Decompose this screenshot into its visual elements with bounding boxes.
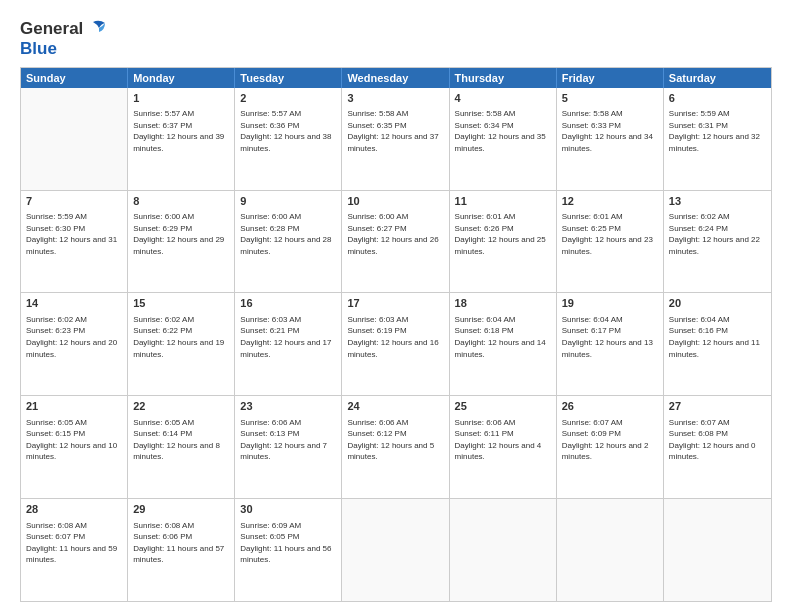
day-number: 5 — [562, 91, 658, 106]
logo-bird-icon — [85, 18, 107, 40]
weekday-header-monday: Monday — [128, 68, 235, 88]
day-number: 7 — [26, 194, 122, 209]
calendar-cell — [342, 499, 449, 601]
day-details: Sunrise: 5:58 AMSunset: 6:33 PMDaylight:… — [562, 108, 658, 154]
day-details: Sunrise: 6:07 AMSunset: 6:08 PMDaylight:… — [669, 417, 766, 463]
day-details: Sunrise: 5:58 AMSunset: 6:34 PMDaylight:… — [455, 108, 551, 154]
day-number: 1 — [133, 91, 229, 106]
day-details: Sunrise: 6:00 AMSunset: 6:28 PMDaylight:… — [240, 211, 336, 257]
day-details: Sunrise: 6:04 AMSunset: 6:16 PMDaylight:… — [669, 314, 766, 360]
day-number: 14 — [26, 296, 122, 311]
calendar-cell: 7Sunrise: 5:59 AMSunset: 6:30 PMDaylight… — [21, 191, 128, 293]
day-number: 3 — [347, 91, 443, 106]
day-details: Sunrise: 5:59 AMSunset: 6:30 PMDaylight:… — [26, 211, 122, 257]
day-details: Sunrise: 6:04 AMSunset: 6:18 PMDaylight:… — [455, 314, 551, 360]
day-number: 15 — [133, 296, 229, 311]
logo-blue-text: Blue — [20, 40, 107, 59]
page: General Blue SundayMondayTuesdayWednesda… — [0, 0, 792, 612]
day-details: Sunrise: 6:05 AMSunset: 6:14 PMDaylight:… — [133, 417, 229, 463]
day-number: 20 — [669, 296, 766, 311]
day-number: 25 — [455, 399, 551, 414]
calendar-cell: 14Sunrise: 6:02 AMSunset: 6:23 PMDayligh… — [21, 293, 128, 395]
day-number: 2 — [240, 91, 336, 106]
day-number: 27 — [669, 399, 766, 414]
calendar-cell — [664, 499, 771, 601]
calendar-cell: 15Sunrise: 6:02 AMSunset: 6:22 PMDayligh… — [128, 293, 235, 395]
calendar-cell: 6Sunrise: 5:59 AMSunset: 6:31 PMDaylight… — [664, 88, 771, 190]
weekday-header-sunday: Sunday — [21, 68, 128, 88]
day-number: 28 — [26, 502, 122, 517]
day-details: Sunrise: 6:01 AMSunset: 6:25 PMDaylight:… — [562, 211, 658, 257]
day-number: 6 — [669, 91, 766, 106]
calendar-cell: 19Sunrise: 6:04 AMSunset: 6:17 PMDayligh… — [557, 293, 664, 395]
day-details: Sunrise: 6:01 AMSunset: 6:26 PMDaylight:… — [455, 211, 551, 257]
day-details: Sunrise: 6:08 AMSunset: 6:07 PMDaylight:… — [26, 520, 122, 566]
day-details: Sunrise: 5:57 AMSunset: 6:37 PMDaylight:… — [133, 108, 229, 154]
day-details: Sunrise: 6:04 AMSunset: 6:17 PMDaylight:… — [562, 314, 658, 360]
calendar-cell: 20Sunrise: 6:04 AMSunset: 6:16 PMDayligh… — [664, 293, 771, 395]
day-details: Sunrise: 6:02 AMSunset: 6:24 PMDaylight:… — [669, 211, 766, 257]
calendar-cell: 23Sunrise: 6:06 AMSunset: 6:13 PMDayligh… — [235, 396, 342, 498]
day-number: 18 — [455, 296, 551, 311]
day-details: Sunrise: 6:05 AMSunset: 6:15 PMDaylight:… — [26, 417, 122, 463]
day-details: Sunrise: 6:00 AMSunset: 6:29 PMDaylight:… — [133, 211, 229, 257]
weekday-header-thursday: Thursday — [450, 68, 557, 88]
day-number: 10 — [347, 194, 443, 209]
day-details: Sunrise: 6:06 AMSunset: 6:13 PMDaylight:… — [240, 417, 336, 463]
calendar-row-5: 28Sunrise: 6:08 AMSunset: 6:07 PMDayligh… — [21, 499, 771, 601]
day-number: 29 — [133, 502, 229, 517]
day-details: Sunrise: 6:00 AMSunset: 6:27 PMDaylight:… — [347, 211, 443, 257]
calendar-cell: 29Sunrise: 6:08 AMSunset: 6:06 PMDayligh… — [128, 499, 235, 601]
day-number: 17 — [347, 296, 443, 311]
logo-general-text: General — [20, 20, 83, 39]
calendar-cell: 1Sunrise: 5:57 AMSunset: 6:37 PMDaylight… — [128, 88, 235, 190]
calendar-cell: 17Sunrise: 6:03 AMSunset: 6:19 PMDayligh… — [342, 293, 449, 395]
calendar-row-2: 7Sunrise: 5:59 AMSunset: 6:30 PMDaylight… — [21, 191, 771, 294]
calendar-cell: 8Sunrise: 6:00 AMSunset: 6:29 PMDaylight… — [128, 191, 235, 293]
calendar-row-1: 1Sunrise: 5:57 AMSunset: 6:37 PMDaylight… — [21, 88, 771, 191]
day-number: 12 — [562, 194, 658, 209]
day-number: 16 — [240, 296, 336, 311]
day-details: Sunrise: 6:03 AMSunset: 6:19 PMDaylight:… — [347, 314, 443, 360]
weekday-header-tuesday: Tuesday — [235, 68, 342, 88]
calendar-cell: 25Sunrise: 6:06 AMSunset: 6:11 PMDayligh… — [450, 396, 557, 498]
day-details: Sunrise: 5:58 AMSunset: 6:35 PMDaylight:… — [347, 108, 443, 154]
calendar-cell: 3Sunrise: 5:58 AMSunset: 6:35 PMDaylight… — [342, 88, 449, 190]
day-details: Sunrise: 5:59 AMSunset: 6:31 PMDaylight:… — [669, 108, 766, 154]
day-number: 11 — [455, 194, 551, 209]
calendar-cell: 2Sunrise: 5:57 AMSunset: 6:36 PMDaylight… — [235, 88, 342, 190]
day-details: Sunrise: 6:08 AMSunset: 6:06 PMDaylight:… — [133, 520, 229, 566]
calendar-cell: 24Sunrise: 6:06 AMSunset: 6:12 PMDayligh… — [342, 396, 449, 498]
day-number: 21 — [26, 399, 122, 414]
day-details: Sunrise: 6:06 AMSunset: 6:11 PMDaylight:… — [455, 417, 551, 463]
calendar-cell: 5Sunrise: 5:58 AMSunset: 6:33 PMDaylight… — [557, 88, 664, 190]
day-number: 26 — [562, 399, 658, 414]
day-details: Sunrise: 5:57 AMSunset: 6:36 PMDaylight:… — [240, 108, 336, 154]
calendar-cell: 4Sunrise: 5:58 AMSunset: 6:34 PMDaylight… — [450, 88, 557, 190]
calendar-header: SundayMondayTuesdayWednesdayThursdayFrid… — [21, 68, 771, 88]
calendar-cell: 11Sunrise: 6:01 AMSunset: 6:26 PMDayligh… — [450, 191, 557, 293]
logo: General Blue — [20, 18, 107, 59]
calendar-cell: 18Sunrise: 6:04 AMSunset: 6:18 PMDayligh… — [450, 293, 557, 395]
calendar: SundayMondayTuesdayWednesdayThursdayFrid… — [20, 67, 772, 602]
calendar-cell: 30Sunrise: 6:09 AMSunset: 6:05 PMDayligh… — [235, 499, 342, 601]
day-number: 8 — [133, 194, 229, 209]
day-details: Sunrise: 6:03 AMSunset: 6:21 PMDaylight:… — [240, 314, 336, 360]
calendar-cell: 28Sunrise: 6:08 AMSunset: 6:07 PMDayligh… — [21, 499, 128, 601]
day-number: 24 — [347, 399, 443, 414]
weekday-header-wednesday: Wednesday — [342, 68, 449, 88]
calendar-cell: 22Sunrise: 6:05 AMSunset: 6:14 PMDayligh… — [128, 396, 235, 498]
day-number: 19 — [562, 296, 658, 311]
day-details: Sunrise: 6:02 AMSunset: 6:23 PMDaylight:… — [26, 314, 122, 360]
calendar-cell: 26Sunrise: 6:07 AMSunset: 6:09 PMDayligh… — [557, 396, 664, 498]
calendar-cell: 21Sunrise: 6:05 AMSunset: 6:15 PMDayligh… — [21, 396, 128, 498]
calendar-row-4: 21Sunrise: 6:05 AMSunset: 6:15 PMDayligh… — [21, 396, 771, 499]
calendar-cell: 27Sunrise: 6:07 AMSunset: 6:08 PMDayligh… — [664, 396, 771, 498]
calendar-cell — [21, 88, 128, 190]
day-number: 23 — [240, 399, 336, 414]
calendar-cell — [450, 499, 557, 601]
header: General Blue — [20, 18, 772, 59]
calendar-cell: 12Sunrise: 6:01 AMSunset: 6:25 PMDayligh… — [557, 191, 664, 293]
weekday-header-saturday: Saturday — [664, 68, 771, 88]
day-number: 30 — [240, 502, 336, 517]
